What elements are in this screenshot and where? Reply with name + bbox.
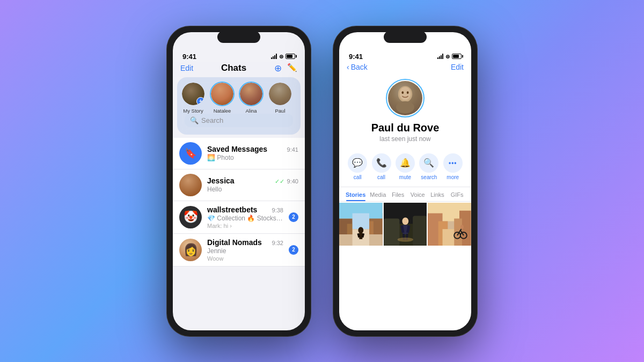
nomads-preview2: Woow (207, 255, 283, 262)
search-bar[interactable]: 🔍 Search (185, 114, 293, 127)
tab-files[interactable]: Files (388, 187, 408, 201)
nomads-avatar: 👩 (179, 239, 202, 261)
svg-point-4 (396, 101, 414, 113)
paul-story-avatar (268, 82, 292, 106)
profile-avatar (388, 81, 422, 115)
media-img-3 (428, 203, 471, 246)
paul-avatar-svg (388, 81, 422, 115)
chevron-left-icon: ‹ (347, 63, 349, 71)
wsb-avatar: 🤡 (179, 206, 202, 228)
compose-icon[interactable]: ✏️ (287, 63, 297, 74)
chat-item-nomads[interactable]: 👩 Digital Nomads 9:32 Jennie Woow 2 (173, 234, 305, 267)
media-img-1 (339, 203, 383, 246)
wsb-top: wallstreetbets 9:38 (207, 205, 283, 214)
media-grid (339, 203, 471, 246)
alina-label: Alina (245, 108, 257, 114)
nomads-badge: 2 (289, 245, 298, 255)
wsb-time: 9:38 (272, 207, 283, 213)
svg-point-28 (397, 237, 413, 241)
profile-screen: 9:41 ⊜ ‹ Back Edit (339, 32, 471, 330)
action-search-label: search (421, 174, 437, 180)
chat-list: 🔖 Saved Messages 9:41 🌅 Photo (173, 138, 305, 267)
action-mute-label: mute (399, 174, 411, 180)
mute-icon: 🔔 (396, 153, 415, 173)
nav-icons: ⊕ ✏️ (274, 63, 297, 74)
action-more[interactable]: ••• more (441, 153, 465, 180)
media-img-2 (384, 203, 427, 246)
action-search[interactable]: 🔍 search (417, 153, 441, 180)
media-cell-1[interactable] (339, 203, 383, 246)
alina-avatar (239, 82, 264, 106)
chat-item-jessica[interactable]: Jessica ✓✓ 9:40 Hello (173, 169, 305, 201)
tab-media[interactable]: Media (368, 187, 388, 201)
profile-edit-button[interactable]: Edit (451, 63, 464, 71)
wsb-preview2: Mark: hi › (207, 223, 283, 229)
nomads-time: 9:32 (272, 240, 283, 246)
svg-point-14 (358, 227, 363, 233)
story-my-story[interactable]: + My Story (180, 82, 206, 114)
wsb-face: 🤡 (179, 206, 202, 228)
tab-voice[interactable]: Voice (408, 187, 428, 201)
wsb-badge: 2 (289, 212, 298, 222)
search-icon: 🔍 (190, 116, 199, 124)
wsb-content: wallstreetbets 9:38 💎 Collection 🔥 Stock… (207, 205, 283, 229)
jessica-preview: Hello (207, 186, 298, 193)
jessica-content: Jessica ✓✓ 9:40 Hello (207, 176, 298, 193)
svg-point-1 (400, 87, 411, 100)
battery-icon-right (452, 54, 462, 59)
status-icons-right: ⊜ (437, 54, 462, 60)
action-call-label: call (377, 174, 385, 180)
edit-button[interactable]: Edit (180, 64, 193, 72)
story-emma[interactable]: Emma (296, 82, 297, 114)
action-message-label: call (354, 174, 362, 180)
my-story-avatar: + (181, 82, 206, 106)
chats-title: Chats (221, 63, 246, 73)
action-call[interactable]: 📞 call (370, 153, 393, 180)
dynamic-island-right (384, 31, 427, 43)
nomads-content: Digital Nomads 9:32 Jennie Woow (207, 238, 283, 262)
check-icon: ✓✓ (275, 178, 284, 184)
message-icon: 💬 (348, 153, 367, 173)
svg-rect-20 (384, 218, 400, 246)
call-icon: 📞 (372, 153, 391, 173)
stories-row: + My Story Natalee Alina (180, 82, 297, 114)
svg-rect-21 (413, 216, 427, 246)
svg-rect-13 (353, 213, 369, 229)
tab-gifs[interactable]: GIFs (447, 187, 467, 201)
profile-header: Paul du Rove last seen just now (339, 75, 471, 149)
chat-item-wsb[interactable]: 🤡 wallstreetbets 9:38 💎 Collection 🔥 Sto… (173, 201, 305, 234)
saved-preview: 🌅 Photo (207, 154, 298, 161)
media-cell-3[interactable] (428, 203, 471, 246)
wsb-preview: 💎 Collection 🔥 Stocks 🤡 Memes... (207, 215, 283, 222)
more-icon: ••• (443, 153, 463, 173)
tab-stories[interactable]: Stories (343, 187, 368, 201)
media-cell-2[interactable] (384, 203, 427, 246)
saved-time: 9:41 (287, 146, 298, 153)
time-right: 9:41 (349, 53, 363, 61)
stories-overlay: + My Story Natalee Alina (177, 77, 301, 135)
svg-point-22 (402, 217, 408, 225)
right-phone: 9:41 ⊜ ‹ Back Edit (333, 26, 478, 337)
jessica-avatar (179, 174, 202, 196)
profile-tabs: Stories Media Files Voice Links GIFs (339, 187, 471, 202)
wsb-name: wallstreetbets (207, 205, 257, 214)
battery-icon (286, 54, 295, 59)
action-mute[interactable]: 🔔 mute (393, 153, 417, 180)
chats-nav: Edit Chats ⊕ ✏️ (173, 62, 305, 77)
story-alina[interactable]: Alina (238, 82, 264, 114)
story-natalee[interactable]: Natalee (209, 82, 235, 114)
back-button[interactable]: ‹ Back (347, 63, 368, 71)
tab-links[interactable]: Links (428, 187, 448, 201)
wifi-icon: ⊜ (279, 54, 283, 60)
new-group-icon[interactable]: ⊕ (274, 63, 282, 74)
profile-name: Paul du Rove (371, 122, 440, 134)
profile-status: last seen just now (379, 135, 430, 143)
action-message[interactable]: 💬 call (346, 153, 369, 180)
profile-avatar-wrap (386, 79, 425, 117)
saved-top: Saved Messages 9:41 (207, 145, 298, 153)
action-more-label: more (447, 174, 459, 180)
chat-item-saved[interactable]: 🔖 Saved Messages 9:41 🌅 Photo (173, 138, 305, 169)
svg-point-3 (407, 91, 409, 94)
add-story-btn[interactable]: + (196, 97, 205, 106)
story-paul[interactable]: Paul (267, 82, 293, 114)
